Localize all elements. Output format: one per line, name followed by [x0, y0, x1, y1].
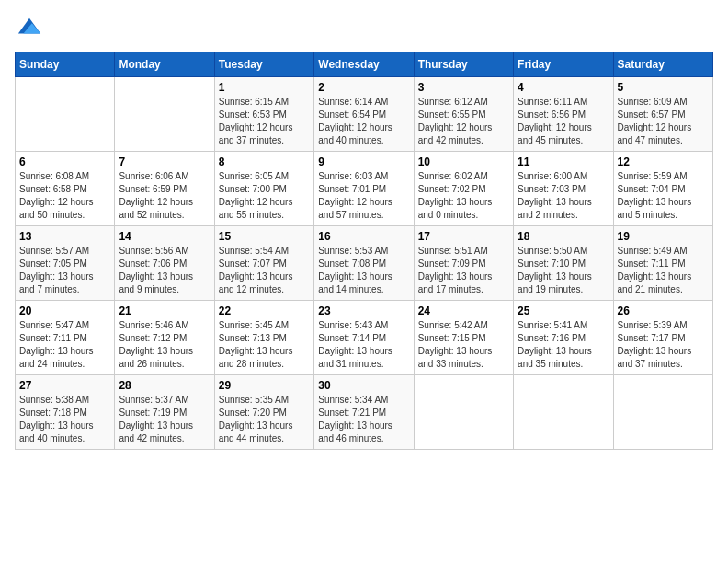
- calendar-cell: 29Sunrise: 5:35 AM Sunset: 7:20 PM Dayli…: [214, 375, 313, 450]
- calendar-cell: 7Sunrise: 6:06 AM Sunset: 6:59 PM Daylig…: [115, 152, 214, 226]
- day-info: Sunrise: 5:39 AM Sunset: 7:17 PM Dayligh…: [618, 319, 709, 371]
- calendar-cell: 30Sunrise: 5:34 AM Sunset: 7:21 PM Dayli…: [314, 375, 414, 450]
- calendar-week-3: 13Sunrise: 5:57 AM Sunset: 7:05 PM Dayli…: [16, 226, 713, 301]
- day-number: 23: [318, 304, 409, 317]
- calendar-cell: 28Sunrise: 5:37 AM Sunset: 7:19 PM Dayli…: [115, 375, 214, 450]
- calendar-cell: 15Sunrise: 5:54 AM Sunset: 7:07 PM Dayli…: [214, 226, 313, 301]
- day-info: Sunrise: 5:50 AM Sunset: 7:10 PM Dayligh…: [518, 245, 609, 296]
- day-number: 2: [318, 81, 409, 94]
- day-number: 16: [318, 230, 409, 243]
- weekday-header-saturday: Saturday: [613, 52, 712, 77]
- calendar-week-1: 1Sunrise: 6:15 AM Sunset: 6:53 PM Daylig…: [16, 77, 713, 152]
- calendar-cell: 19Sunrise: 5:49 AM Sunset: 7:11 PM Dayli…: [613, 226, 712, 301]
- day-info: Sunrise: 5:34 AM Sunset: 7:21 PM Dayligh…: [318, 394, 409, 445]
- page-header: [15, 15, 713, 40]
- day-number: 4: [518, 81, 609, 94]
- logo-icon: [17, 15, 42, 40]
- calendar-cell: [514, 375, 613, 450]
- day-info: Sunrise: 5:35 AM Sunset: 7:20 PM Dayligh…: [219, 394, 310, 445]
- day-info: Sunrise: 5:43 AM Sunset: 7:14 PM Dayligh…: [318, 319, 409, 371]
- day-info: Sunrise: 6:03 AM Sunset: 7:01 PM Dayligh…: [318, 170, 409, 222]
- day-number: 5: [618, 81, 709, 94]
- day-info: Sunrise: 5:56 AM Sunset: 7:06 PM Dayligh…: [119, 245, 210, 296]
- day-number: 22: [219, 304, 310, 317]
- day-info: Sunrise: 5:59 AM Sunset: 7:04 PM Dayligh…: [618, 170, 709, 222]
- calendar-cell: 25Sunrise: 5:41 AM Sunset: 7:16 PM Dayli…: [514, 301, 613, 375]
- day-info: Sunrise: 6:11 AM Sunset: 6:56 PM Dayligh…: [518, 96, 609, 147]
- calendar-cell: 9Sunrise: 6:03 AM Sunset: 7:01 PM Daylig…: [314, 152, 414, 226]
- calendar-cell: 16Sunrise: 5:53 AM Sunset: 7:08 PM Dayli…: [314, 226, 414, 301]
- calendar-cell: 3Sunrise: 6:12 AM Sunset: 6:55 PM Daylig…: [414, 77, 513, 152]
- calendar-cell: [115, 77, 214, 152]
- day-number: 29: [219, 379, 310, 392]
- calendar-cell: 24Sunrise: 5:42 AM Sunset: 7:15 PM Dayli…: [414, 301, 513, 375]
- day-number: 13: [19, 230, 110, 243]
- day-info: Sunrise: 6:00 AM Sunset: 7:03 PM Dayligh…: [518, 170, 609, 222]
- calendar-cell: 23Sunrise: 5:43 AM Sunset: 7:14 PM Dayli…: [314, 301, 414, 375]
- day-number: 7: [119, 155, 210, 168]
- day-number: 3: [418, 81, 509, 94]
- calendar-cell: 26Sunrise: 5:39 AM Sunset: 7:17 PM Dayli…: [613, 301, 712, 375]
- day-number: 6: [19, 155, 110, 168]
- calendar-cell: 1Sunrise: 6:15 AM Sunset: 6:53 PM Daylig…: [214, 77, 313, 152]
- day-info: Sunrise: 5:46 AM Sunset: 7:12 PM Dayligh…: [119, 319, 210, 371]
- day-number: 17: [418, 230, 509, 243]
- day-number: 15: [219, 230, 310, 243]
- day-number: 27: [19, 379, 110, 392]
- day-number: 21: [119, 304, 210, 317]
- calendar-cell: 18Sunrise: 5:50 AM Sunset: 7:10 PM Dayli…: [514, 226, 613, 301]
- day-info: Sunrise: 5:41 AM Sunset: 7:16 PM Dayligh…: [518, 319, 609, 371]
- calendar-cell: 22Sunrise: 5:45 AM Sunset: 7:13 PM Dayli…: [214, 301, 313, 375]
- calendar-table: SundayMondayTuesdayWednesdayThursdayFrid…: [15, 52, 713, 450]
- calendar-cell: 14Sunrise: 5:56 AM Sunset: 7:06 PM Dayli…: [115, 226, 214, 301]
- calendar-cell: 4Sunrise: 6:11 AM Sunset: 6:56 PM Daylig…: [514, 77, 613, 152]
- calendar-cell: [16, 77, 115, 152]
- calendar-cell: 13Sunrise: 5:57 AM Sunset: 7:05 PM Dayli…: [16, 226, 115, 301]
- day-number: 10: [418, 155, 509, 168]
- day-number: 20: [19, 304, 110, 317]
- weekday-header-monday: Monday: [115, 52, 214, 77]
- calendar-cell: 11Sunrise: 6:00 AM Sunset: 7:03 PM Dayli…: [514, 152, 613, 226]
- calendar-cell: 12Sunrise: 5:59 AM Sunset: 7:04 PM Dayli…: [613, 152, 712, 226]
- calendar-cell: 17Sunrise: 5:51 AM Sunset: 7:09 PM Dayli…: [414, 226, 513, 301]
- day-info: Sunrise: 6:05 AM Sunset: 7:00 PM Dayligh…: [219, 170, 310, 222]
- weekday-header-sunday: Sunday: [16, 52, 115, 77]
- day-number: 30: [318, 379, 409, 392]
- calendar-cell: 2Sunrise: 6:14 AM Sunset: 6:54 PM Daylig…: [314, 77, 414, 152]
- calendar-cell: [613, 375, 712, 450]
- logo: [15, 15, 42, 40]
- day-number: 28: [119, 379, 210, 392]
- weekday-header-wednesday: Wednesday: [314, 52, 414, 77]
- day-info: Sunrise: 6:02 AM Sunset: 7:02 PM Dayligh…: [418, 170, 509, 222]
- calendar-cell: 10Sunrise: 6:02 AM Sunset: 7:02 PM Dayli…: [414, 152, 513, 226]
- calendar-cell: 5Sunrise: 6:09 AM Sunset: 6:57 PM Daylig…: [613, 77, 712, 152]
- day-number: 9: [318, 155, 409, 168]
- calendar-cell: 21Sunrise: 5:46 AM Sunset: 7:12 PM Dayli…: [115, 301, 214, 375]
- day-info: Sunrise: 5:38 AM Sunset: 7:18 PM Dayligh…: [19, 394, 110, 445]
- day-info: Sunrise: 5:47 AM Sunset: 7:11 PM Dayligh…: [19, 319, 110, 371]
- weekday-header-friday: Friday: [514, 52, 613, 77]
- weekday-header-row: SundayMondayTuesdayWednesdayThursdayFrid…: [16, 52, 713, 77]
- day-info: Sunrise: 5:37 AM Sunset: 7:19 PM Dayligh…: [119, 394, 210, 445]
- day-info: Sunrise: 6:12 AM Sunset: 6:55 PM Dayligh…: [418, 96, 509, 147]
- calendar-cell: [414, 375, 513, 450]
- day-number: 11: [518, 155, 609, 168]
- day-info: Sunrise: 5:54 AM Sunset: 7:07 PM Dayligh…: [219, 245, 310, 296]
- day-info: Sunrise: 5:42 AM Sunset: 7:15 PM Dayligh…: [418, 319, 509, 371]
- day-number: 1: [219, 81, 310, 94]
- day-number: 19: [618, 230, 709, 243]
- day-info: Sunrise: 6:15 AM Sunset: 6:53 PM Dayligh…: [219, 96, 310, 147]
- weekday-header-tuesday: Tuesday: [214, 52, 313, 77]
- day-info: Sunrise: 5:45 AM Sunset: 7:13 PM Dayligh…: [219, 319, 310, 371]
- calendar-cell: 6Sunrise: 6:08 AM Sunset: 6:58 PM Daylig…: [16, 152, 115, 226]
- day-info: Sunrise: 6:06 AM Sunset: 6:59 PM Dayligh…: [119, 170, 210, 222]
- calendar-week-2: 6Sunrise: 6:08 AM Sunset: 6:58 PM Daylig…: [16, 152, 713, 226]
- weekday-header-thursday: Thursday: [414, 52, 513, 77]
- day-info: Sunrise: 5:57 AM Sunset: 7:05 PM Dayligh…: [19, 245, 110, 296]
- day-number: 8: [219, 155, 310, 168]
- day-info: Sunrise: 6:08 AM Sunset: 6:58 PM Dayligh…: [19, 170, 110, 222]
- calendar-cell: 20Sunrise: 5:47 AM Sunset: 7:11 PM Dayli…: [16, 301, 115, 375]
- day-info: Sunrise: 5:51 AM Sunset: 7:09 PM Dayligh…: [418, 245, 509, 296]
- calendar-week-4: 20Sunrise: 5:47 AM Sunset: 7:11 PM Dayli…: [16, 301, 713, 375]
- day-info: Sunrise: 5:49 AM Sunset: 7:11 PM Dayligh…: [618, 245, 709, 296]
